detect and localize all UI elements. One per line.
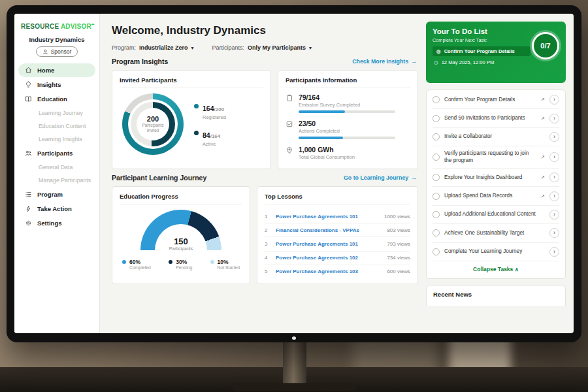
target-icon: ◎: [436, 48, 441, 54]
task-checkbox[interactable]: [433, 248, 440, 255]
sidebar-item-education[interactable]: Education: [18, 92, 95, 106]
emission-survey-label: Emission Survey Completed: [299, 102, 395, 108]
lesson-link[interactable]: Financial Considerations - VPPAs: [276, 227, 381, 233]
task-row[interactable]: Upload Additional Educational Content ›: [433, 206, 559, 224]
task-chevron-button[interactable]: ›: [549, 172, 559, 182]
task-chevron-button[interactable]: ›: [549, 114, 559, 123]
list-icon: [25, 191, 32, 198]
sidebar-item-insights[interactable]: Insights: [18, 78, 95, 91]
collapse-tasks-link[interactable]: Collapse Tasks ∧: [433, 261, 559, 278]
donut-center-label: Participants Invited: [139, 123, 167, 133]
task-checkbox[interactable]: [433, 211, 440, 218]
participants-select[interactable]: Participants: Only My Participants ▾: [212, 44, 312, 51]
external-link-icon: ↗: [541, 116, 545, 122]
task-row[interactable]: Invite a Collaborator ›: [433, 128, 559, 146]
education-progress-gauge-chart: 150 Participants: [140, 210, 221, 251]
task-checkbox[interactable]: [433, 96, 440, 103]
actions-completed-label: Actions Completed: [299, 128, 395, 134]
lesson-link[interactable]: Power Purchase Agreements 102: [276, 255, 381, 261]
task-label: Upload Spend Data Records: [444, 193, 536, 199]
sidebar-item-general-data[interactable]: General Data: [14, 161, 99, 174]
todo-summary-card: Your To Do List Complete Your Next Task:…: [426, 22, 566, 83]
task-checkbox[interactable]: [433, 229, 440, 237]
task-checkbox[interactable]: [433, 115, 440, 122]
task-label: Invite a Collaborator: [444, 133, 545, 140]
sponsor-badge-label: Sponsor: [51, 48, 72, 55]
sidebar-item-settings[interactable]: Settings: [18, 216, 95, 230]
task-checkbox[interactable]: [433, 193, 440, 200]
lesson-link[interactable]: Power Purchase Agreements 103: [276, 269, 381, 274]
pending-label: Pending: [176, 265, 192, 270]
collapse-up-icon: ∧: [515, 266, 519, 272]
gauge-center-value: 150: [140, 237, 221, 246]
program-select-label: Program:: [112, 44, 136, 51]
stat-global-consumption: 1,000 GWh Total Global Consumption: [286, 146, 410, 163]
sidebar-item-manage-participants[interactable]: Manage Participants: [14, 174, 99, 187]
check-more-insights-link[interactable]: Check More Insights →: [352, 58, 417, 65]
participants-information-card: Participants Information 79/164 Emission…: [278, 70, 418, 169]
logo-resource: RESOURCE: [21, 23, 59, 30]
sidebar-item-label: Participants: [37, 150, 73, 157]
sidebar-item-learning-journey[interactable]: Learning Journey: [14, 106, 99, 120]
task-row[interactable]: Send 50 Invitations to Participants ↗ ›: [433, 109, 559, 127]
sidebar: RESOURCE ADVISOR+ Industry Dynamics Spon…: [14, 14, 100, 333]
sidebar-nav: Home Insights Education Learning Journey…: [14, 63, 99, 230]
task-chevron-button[interactable]: ›: [549, 191, 559, 201]
sidebar-item-label: Program: [37, 191, 63, 198]
program-insights-header: Program Insights Check More Insights →: [112, 57, 417, 65]
external-link-icon: ↗: [541, 193, 545, 199]
task-chevron-button[interactable]: ›: [549, 247, 559, 257]
lesson-views: 793 views: [387, 241, 410, 247]
go-to-learning-journey-link[interactable]: Go to Learning Journey →: [344, 174, 417, 181]
task-chevron-button[interactable]: ›: [549, 132, 559, 142]
task-row[interactable]: Complete Your Learning Journey ›: [433, 243, 559, 261]
lesson-rank: 3: [265, 241, 270, 247]
todo-next-task[interactable]: ◎ Confirm Your Program Details: [433, 46, 531, 56]
sidebar-item-home[interactable]: Home: [18, 63, 95, 77]
task-row[interactable]: Confirm Your Program Details ↗ ›: [433, 91, 559, 109]
sidebar-item-label: Education: [37, 95, 67, 103]
sidebar-item-learning-insights[interactable]: Learning Insights: [14, 133, 99, 146]
participants-information-title: Participants Information: [286, 76, 410, 88]
education-progress-card: Education Progress 150 Participants: [112, 186, 250, 284]
lesson-link[interactable]: Power Purchase Agreements 101: [276, 241, 381, 247]
screen: RESOURCE ADVISOR+ Industry Dynamics Spon…: [14, 14, 574, 333]
home-icon: [25, 67, 32, 74]
sidebar-item-take-action[interactable]: Take Action: [18, 202, 95, 216]
invited-participants-donut-chart: 200 Participants Invited: [122, 93, 184, 155]
task-label: Explore Your Insights Dashboard: [444, 174, 536, 181]
page-title: Welcome, Industry Dynamics: [112, 24, 418, 37]
lightbulb-icon: [25, 81, 32, 88]
chevron-right-icon: ›: [553, 96, 555, 103]
task-chevron-button[interactable]: ›: [549, 210, 559, 220]
task-row[interactable]: Explore Your Insights Dashboard ↗ ›: [433, 169, 559, 187]
participants-select-value: Only My Participants: [248, 44, 306, 51]
todo-tasks-card: Confirm Your Program Details ↗ › Send 50…: [426, 90, 566, 279]
clock-icon: ◷: [434, 59, 438, 65]
clipboard-icon: [286, 94, 293, 102]
chevron-right-icon: ›: [553, 248, 555, 255]
task-checkbox[interactable]: [433, 154, 440, 161]
education-progress-title: Education Progress: [120, 193, 242, 204]
sidebar-item-program[interactable]: Program: [18, 188, 95, 201]
task-checkbox[interactable]: [433, 133, 440, 140]
task-chevron-button[interactable]: ›: [549, 228, 559, 238]
active-dot-icon: [194, 131, 199, 135]
lesson-link[interactable]: Power Purchase Agreements 101: [276, 214, 378, 220]
task-label: Achieve One Sustainability Target: [444, 230, 545, 237]
task-row[interactable]: Achieve One Sustainability Target ›: [433, 224, 559, 242]
arrow-right-icon: →: [411, 174, 417, 181]
actions-completed-value: 23/50: [299, 120, 395, 127]
task-chevron-button[interactable]: ›: [549, 95, 559, 105]
task-chevron-button[interactable]: ›: [549, 152, 559, 162]
program-select[interactable]: Program: Industrialize Zero ▾: [112, 44, 194, 51]
sidebar-item-participants[interactable]: Participants: [18, 146, 95, 160]
task-row[interactable]: Upload Spend Data Records ↗ ›: [433, 187, 559, 205]
registered-value: 164: [203, 105, 214, 112]
task-row[interactable]: Verify participants requesting to join t…: [433, 146, 559, 169]
gear-icon: [25, 220, 32, 227]
sidebar-item-education-content[interactable]: Education Content: [14, 120, 99, 133]
task-checkbox[interactable]: [433, 174, 440, 181]
chevron-right-icon: ›: [553, 133, 555, 140]
collapse-tasks-label: Collapse Tasks: [473, 266, 513, 272]
